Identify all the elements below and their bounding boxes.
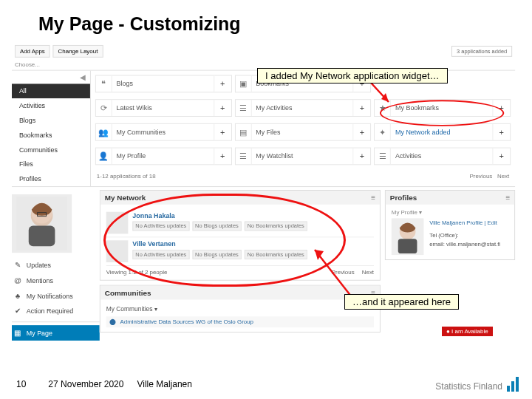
my-network-widget: My Network ≡ Jonna HakalaNo Activities u…: [100, 190, 381, 281]
add-app-plus[interactable]: +: [214, 76, 231, 92]
collapse-icon[interactable]: ◀: [12, 71, 90, 84]
app-label: My Bookmarks: [391, 104, 492, 112]
app-cell[interactable]: ☰My Activities+: [235, 99, 372, 117]
add-app-plus[interactable]: +: [214, 124, 231, 140]
app-label: My Profile: [112, 153, 214, 160]
availability-badge[interactable]: ● I am Available: [442, 327, 493, 336]
category-item[interactable]: Blogs: [12, 113, 90, 128]
next-link[interactable]: Next: [362, 269, 374, 276]
app-label: My Network added: [391, 129, 492, 136]
category-item[interactable]: Files: [12, 157, 90, 171]
pager-range: 1-12 applications of 18: [97, 173, 156, 183]
grid-icon: ▦: [13, 329, 22, 337]
app-label: My Files: [251, 129, 352, 136]
sidebar-nav: ✎Updates@Mentions♣My Notifications✔Actio…: [12, 257, 100, 318]
widget-title: My Network: [105, 194, 146, 202]
person-avatar: [106, 212, 129, 234]
widget-menu-icon[interactable]: ≡: [505, 194, 510, 202]
app-label: Activities: [391, 153, 492, 160]
add-app-plus[interactable]: +: [214, 149, 231, 165]
profile-tel: Tel (Office):: [429, 231, 500, 240]
app-cell[interactable]: ☰Activities+: [374, 148, 511, 166]
network-person-row[interactable]: Jonna HakalaNo Activities updatesNo Blog…: [106, 209, 374, 238]
status-chip: No Blogs updates: [192, 222, 242, 231]
user-avatar: [12, 194, 72, 253]
app-label: My Activities: [251, 104, 352, 112]
add-app-plus[interactable]: +: [492, 149, 510, 165]
app-icon: 👤: [96, 149, 112, 165]
app-label: Latest Wikis: [112, 104, 214, 112]
profile-email: email: ville.maljanen@stat.fi: [429, 240, 500, 249]
pager-next[interactable]: Next: [497, 173, 509, 180]
page-number: 10: [16, 379, 26, 389]
availability-text: I am Available: [451, 328, 488, 335]
app-icon: ✦: [375, 124, 391, 140]
sidebar-item[interactable]: ♣My Notifications: [12, 288, 100, 304]
add-app-plus[interactable]: +: [353, 124, 371, 140]
profiles-widget: Profiles ≡ My Profile ▾ Ville Maljanen P…: [385, 190, 515, 260]
app-icon: ❝: [96, 76, 112, 92]
category-item[interactable]: Communities: [12, 143, 90, 157]
add-apps-button[interactable]: Add Apps: [15, 44, 50, 57]
app-cell[interactable]: ⟳Latest Wikis+: [95, 99, 232, 117]
status-chip: No Bookmarks updates: [245, 250, 307, 259]
category-item[interactable]: All: [12, 83, 90, 98]
app-picker: ◀ AllActivitiesBlogsBookmarksCommunities…: [12, 70, 515, 187]
app-cell[interactable]: ❝Blogs+: [95, 75, 232, 93]
app-icon: ⟳: [96, 100, 112, 116]
add-app-plus[interactable]: +: [214, 100, 231, 116]
app-cell[interactable]: ✦My Network added+: [374, 123, 511, 141]
sidebar-icon: ✎: [13, 261, 22, 269]
add-app-plus[interactable]: +: [492, 100, 510, 116]
sidebar-item[interactable]: ✎Updates: [12, 257, 100, 273]
sidebar-icon: @: [13, 276, 22, 284]
brand-logo: Statistics Finland: [435, 377, 519, 392]
change-layout-button[interactable]: Change Layout: [53, 44, 103, 57]
app-cell[interactable]: ▤My Files+: [235, 123, 372, 141]
community-icon: ⬤: [109, 318, 116, 325]
sidebar-item[interactable]: ✔Action Required: [12, 303, 100, 318]
network-person-row[interactable]: Ville VertanenNo Activities updatesNo Bl…: [106, 237, 374, 266]
profiles-subtitle[interactable]: My Profile ▾: [392, 209, 508, 216]
annotation-top: I added My Network application widget…: [257, 68, 448, 83]
widget-menu-icon[interactable]: ≡: [371, 194, 375, 202]
svg-rect-7: [398, 239, 417, 253]
sidebar-item-mypage[interactable]: ▦ My Page: [12, 325, 100, 341]
profile-avatar: [392, 219, 424, 256]
communities-selector[interactable]: My Communities ▾: [106, 304, 374, 314]
widget-title: Profiles: [390, 194, 417, 202]
category-item[interactable]: Profiles: [12, 171, 90, 186]
app-icon: ▣: [236, 76, 252, 92]
screenshot-container: Add Apps Change Layout 3 applications ad…: [12, 43, 515, 335]
person-name: Ville Vertanen: [132, 240, 307, 248]
app-label: Blogs: [112, 80, 214, 87]
middle-column: My Network ≡ Jonna HakalaNo Activities u…: [100, 190, 385, 341]
category-item[interactable]: Bookmarks: [12, 128, 90, 143]
add-app-plus[interactable]: +: [353, 149, 371, 165]
app-icon: ☰: [236, 149, 252, 165]
slide-title: My Page - Customizing: [38, 13, 241, 35]
app-cell[interactable]: 👥My Communities+: [95, 123, 232, 141]
sidebar-item[interactable]: @Mentions: [12, 273, 100, 288]
app-cell[interactable]: ★My Bookmarks+: [374, 99, 511, 117]
status-chip: No Blogs updates: [192, 250, 242, 259]
add-app-plus[interactable]: +: [492, 124, 510, 140]
prev-link[interactable]: Previous: [332, 269, 355, 276]
add-app-plus[interactable]: +: [353, 100, 371, 116]
pager-prev[interactable]: Previous: [469, 173, 492, 180]
community-name: Administrative Data Sources WG of the Os…: [120, 318, 253, 325]
right-column: Profiles ≡ My Profile ▾ Ville Maljanen P…: [385, 190, 515, 341]
sidebar-item-label: My Page: [27, 330, 52, 337]
footer-author: Ville Maljanen: [137, 379, 192, 389]
svg-rect-2: [29, 226, 55, 247]
category-item[interactable]: Activities: [12, 98, 90, 113]
app-cell[interactable]: 👤My Profile+: [95, 148, 232, 166]
app-label: My Communities: [112, 129, 214, 136]
annotation-bottom: …and it appeared here: [344, 294, 459, 310]
person-name: Jonna Hakala: [132, 212, 307, 219]
app-cell[interactable]: ☰My Watchlist+: [235, 148, 372, 166]
sidebar-item-label: Updates: [27, 262, 51, 269]
app-icon: ▤: [236, 124, 252, 140]
dashboard: ✎Updates@Mentions♣My Notifications✔Actio…: [12, 190, 515, 341]
community-row[interactable]: ⬤ Administrative Data Sources WG of the …: [106, 316, 374, 327]
